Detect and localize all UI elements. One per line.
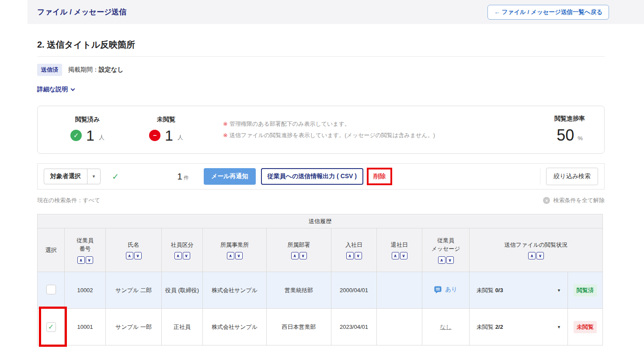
main-content: 2. 送信タイトル反映箇所 送信済 掲載期間：設定なし 詳細な説明 閲覧済み ✓… [37,39,605,345]
cell-view-status: 未閲覧 0/3 ▼ [470,272,568,309]
unviewed-count: 1 [165,127,173,144]
chevron-down-icon [71,86,75,91]
sort-asc-icon[interactable]: ∧ [438,256,446,264]
progress-unit: % [578,135,583,141]
page-title: ファイル / メッセージ送信 [37,7,126,17]
clear-x-icon: × [543,197,550,204]
unviewed-label: 未閲覧 [127,116,205,124]
cell-office: 株式会社サンプル [203,272,267,309]
column-join-date: 入社日 ∧∨ [331,228,377,272]
viewed-badge: 閲覧済 [574,284,597,297]
cell-employee-type: 役員 (取締役) [162,272,203,309]
detail-description-link[interactable]: 詳細な説明 [37,86,74,93]
check-circle-icon: ✓ [70,130,82,141]
select-dropdown-arrow-icon[interactable]: ▼ [87,169,100,184]
target-select-label: 対象者選択 [44,169,87,184]
section-divider [37,56,605,57]
csv-export-button[interactable]: 従業員への送信情報出力 ( CSV ) [261,168,363,185]
search-conditions-row: 現在の検索条件：すべて × 検索条件を全て解除 [37,197,605,204]
table-caption-row: 送信履歴 [38,214,603,228]
column-office: 所属事業所 ∧∨ [203,228,267,272]
unviewed-badge: 未閲覧 [574,321,597,333]
target-select-button[interactable]: 対象者選択 ▼ [44,169,101,184]
column-view-status: 送信ファイルの閲覧状況 ∧∨ [470,228,603,272]
sort-desc-icon[interactable]: ∨ [536,252,544,259]
count-unit: 件 [184,175,189,181]
mail-resend-button[interactable]: メール再通知 [204,168,256,185]
sort-asc-icon[interactable]: ∧ [227,252,234,259]
column-employee-message: 従業員メッセージ ∧∨ [422,228,470,272]
cell-office: 株式会社サンプル [203,309,267,345]
cell-department: 営業統括部 [267,272,331,309]
viewed-count: 1 [86,127,94,144]
cell-employee-message: なし [422,309,470,345]
view-status-dropdown[interactable]: 未閲覧 0/3 ▼ [470,286,567,294]
sort-desc-icon[interactable]: ∨ [134,252,142,259]
column-employee-type: 社員区分 ∧∨ [162,228,203,272]
stats-note-2: ※送信ファイルの閲覧進捗を表示しています。(メッセージの閲覧は含みません。) [223,130,435,141]
progress-label: 閲覧進捗率 [554,115,585,123]
delete-button[interactable]: 削除 [373,173,386,180]
table-header-row: 選択 従業員番号 ∧∨ 氏名 ∧∨ 社員区分 ∧∨ 所属事業所 ∧∨ 所属部署 … [38,228,603,272]
column-select: 選択 [38,228,65,272]
message-link[interactable]: あり [434,286,457,293]
unviewed-unit: 人 [178,134,183,141]
cell-department: 西日本営業部 [267,309,331,345]
message-none-link[interactable]: なし [440,324,452,330]
sort-desc-icon[interactable]: ∨ [86,256,93,264]
column-employee-number: 従業員番号 ∧∨ [65,228,106,272]
cell-join-date: 2023/04/01 [331,309,377,345]
cell-employee-number: 10001 [65,309,106,345]
dropdown-arrow-icon: ▼ [557,325,561,329]
current-search-conditions: 現在の検索条件：すべて [37,197,100,204]
viewed-stat: 閲覧済み ✓ 1 人 [48,116,127,144]
sort-desc-icon[interactable]: ∨ [299,252,307,259]
publication-period: 掲載期間：設定なし [68,66,124,74]
sent-status-badge: 送信済 [37,64,62,76]
sort-desc-icon[interactable]: ∨ [400,252,407,259]
delete-annotation-box: 削除 [367,168,392,185]
table-row: ✓ 10001 サンプル 一郎 正社員 株式会社サンプル 西日本営業部 2023… [38,309,603,345]
row-checkbox[interactable] [46,285,56,294]
table-row: 10002 サンプル 二郎 役員 (取締役) 株式会社サンプル 営業統括部 20… [38,272,603,309]
sort-asc-icon[interactable]: ∧ [291,252,299,259]
sort-asc-icon[interactable]: ∧ [346,252,354,259]
period-label: 掲載期間： [68,66,99,73]
filter-search-button[interactable]: 絞り込み検索 [546,168,598,185]
sort-asc-icon[interactable]: ∧ [126,252,133,259]
stats-notes: ※管理権限のある部署配下のみ表示しています。 ※送信ファイルの閲覧進捗を表示して… [223,118,435,141]
selection-check-icon: ✓ [112,172,119,182]
sort-desc-icon[interactable]: ∨ [446,256,454,264]
top-header-band: ファイル / メッセージ送信 ← ファイル / メッセージ送信一覧へ戻る [28,0,644,24]
cell-leave-date [377,272,422,309]
progress-value: 50 [557,126,574,145]
view-stats-card: 閲覧済み ✓ 1 人 未閲覧 − 1 人 ※管理権限のある部署配下のみ表示してい… [37,106,605,154]
sort-desc-icon[interactable]: ∨ [183,252,190,259]
cell-name: サンプル 一郎 [106,309,162,345]
row-checkbox-checked[interactable]: ✓ [46,322,56,332]
sort-asc-icon[interactable]: ∧ [77,256,85,264]
cell-view-badge: 閲覧済 [568,272,603,309]
column-leave-date: 退社日 ∧∨ [377,228,422,272]
row-select-cell [38,272,65,309]
cell-view-badge: 未閲覧 [568,309,603,345]
back-to-list-button[interactable]: ← ファイル / メッセージ送信一覧へ戻る [487,5,609,20]
sort-desc-icon[interactable]: ∨ [355,252,362,259]
row-select-cell: ✓ [38,309,65,345]
sort-asc-icon[interactable]: ∧ [392,252,399,259]
minus-circle-icon: − [149,130,160,141]
sort-desc-icon[interactable]: ∨ [235,252,243,259]
column-department: 所属部署 ∧∨ [267,228,331,272]
action-toolbar: 対象者選択 ▼ ✓ 1件 メール再通知 従業員への送信情報出力 ( CSV ) … [37,163,605,190]
send-history-table: 送信履歴 選択 従業員番号 ∧∨ 氏名 ∧∨ 社員区分 ∧∨ 所属事業所 ∧∨ … [37,214,603,345]
progress-stat: 閲覧進捗率 50 % [554,115,585,145]
clear-all-conditions-link[interactable]: × 検索条件を全て解除 [543,197,605,204]
sort-asc-icon[interactable]: ∧ [528,252,536,259]
sort-asc-icon[interactable]: ∧ [174,252,182,259]
cell-employee-type: 正社員 [162,309,203,345]
cell-view-status: 未閲覧 2/2 ▼ [470,309,568,345]
toolbar-divider [540,168,540,185]
view-status-dropdown[interactable]: 未閲覧 2/2 ▼ [470,323,567,331]
viewed-unit: 人 [99,134,104,141]
cell-join-date: 2000/04/01 [331,272,377,309]
